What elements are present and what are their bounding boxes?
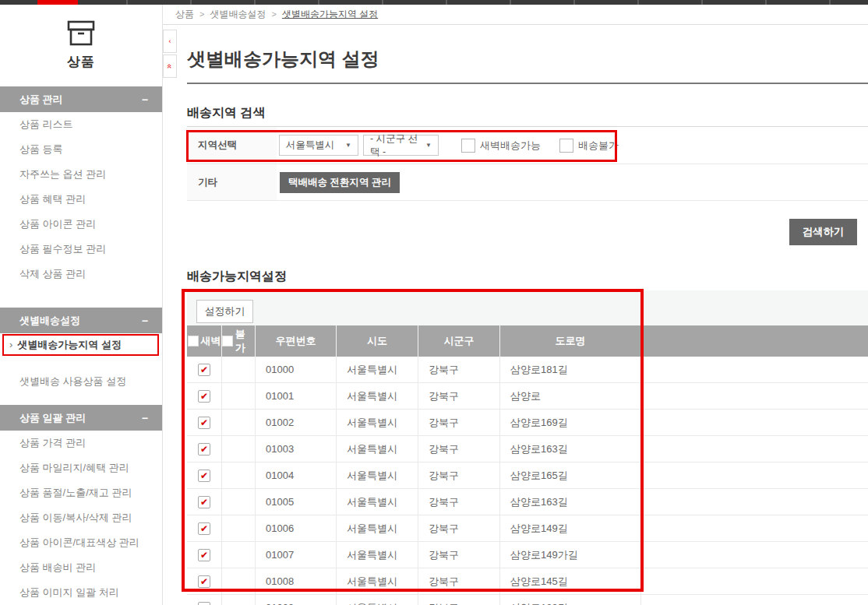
no-delivery-checkbox-label: 배송불가 [578, 139, 619, 153]
sidebar-item[interactable]: 자주쓰는 옵션 관리 [0, 162, 162, 187]
scroll-top-button[interactable]: « [163, 55, 177, 78]
sidebar-item[interactable]: 상품 마일리지/혜택 관리 [0, 456, 162, 480]
no-delivery-checkbox[interactable] [559, 139, 573, 153]
dawn-checkbox[interactable]: ✔ [198, 364, 210, 376]
breadcrumb-item[interactable]: 샛별배송가능지역 설정 [282, 9, 378, 19]
sidebar-item[interactable]: 상품 이미지 일괄 처리 [0, 580, 162, 605]
sidebar-section-header[interactable]: 샛별배송설정− [0, 308, 162, 333]
sidebar-item[interactable]: 상품 리스트 [0, 112, 162, 137]
sidebar-item[interactable]: 상품 혜택 관리 [0, 187, 162, 212]
extra-cell [640, 436, 868, 462]
sigungu-cell: 강북구 [418, 595, 499, 605]
postal-code-cell: 01002 [255, 410, 336, 435]
apply-settings-button[interactable]: 설정하기 [196, 300, 253, 323]
table-column-header-dawn: 새벽 [187, 325, 221, 357]
postal-code-cell: 01009 [255, 595, 336, 605]
dawn-checkbox[interactable]: ✔ [198, 470, 210, 482]
sidebar-item[interactable]: ›샛별배송가능지역 설정 [0, 333, 162, 357]
breadcrumb-separator: > [271, 9, 276, 19]
block-cell [221, 357, 255, 382]
postal-code-cell: 01005 [255, 489, 336, 515]
table-row: ✔01000서울특별시강북구삼양로181길 [187, 357, 868, 383]
sidebar-item[interactable]: 상품 아이콘 관리 [0, 212, 162, 237]
sigungu-cell: 강북구 [418, 357, 499, 382]
etc-row: 기타 택배배송 전환지역 관리 [187, 164, 868, 201]
block-cell [221, 515, 255, 541]
sidebar-collapse-button[interactable]: ‹ [163, 30, 177, 53]
collapse-minus-icon: − [142, 412, 148, 424]
breadcrumb-separator: > [199, 9, 204, 19]
road-name-cell: 삼양로181길 [499, 357, 640, 382]
sidebar-section-title: 상품 관리 [19, 93, 63, 107]
sigungu-cell: 강북구 [418, 463, 499, 488]
dawn-delivery-checkbox-group[interactable]: 새벽배송가능 [461, 139, 541, 153]
dawn-checkbox[interactable]: ✔ [198, 417, 210, 429]
table-column-header-extra [640, 325, 868, 357]
sidebar-item[interactable]: 상품 필수정보 관리 [0, 237, 162, 262]
dawn-delivery-checkbox[interactable] [461, 139, 475, 153]
block-cell [221, 410, 255, 435]
sidebar-brand: 상품 [0, 5, 162, 86]
region-select-label: 지역선택 [187, 127, 277, 164]
dawn-cell: ✔ [187, 489, 221, 515]
sido-select[interactable]: 서울특별시 ▼ [279, 135, 358, 156]
column-label: 불가 [235, 327, 255, 355]
column-label: 시군구 [444, 334, 475, 348]
dawn-checkbox[interactable]: ✔ [198, 496, 210, 508]
parcel-conversion-area-button[interactable]: 택배배송 전환지역 관리 [280, 172, 400, 193]
chevron-left-icon: ‹ [169, 37, 171, 45]
sidebar-section-title: 샛별배송설정 [19, 314, 80, 328]
sigungu-cell: 강북구 [418, 542, 499, 568]
dawn-checkbox[interactable]: ✔ [198, 443, 210, 456]
sidebar-section-header[interactable]: 상품 관리− [0, 86, 162, 112]
dawn-checkbox[interactable]: ✔ [198, 549, 210, 561]
sigungu-select[interactable]: - 시군구 선택 - ▼ [363, 135, 439, 156]
extra-cell [640, 515, 868, 541]
select-all-block-checkbox[interactable] [222, 336, 233, 346]
search-form: 지역선택 서울특별시 ▼ - 시군구 선택 - ▼ 새벽배송가능 배송불가 [187, 126, 868, 201]
sigungu-cell: 강북구 [418, 436, 499, 462]
etc-label: 기타 [187, 164, 277, 200]
sido-cell: 서울특별시 [336, 383, 418, 409]
search-button[interactable]: 검색하기 [789, 219, 857, 245]
table-header-row: 새벽불가우편번호시도시군구도로명 [187, 325, 868, 357]
dawn-cell: ✔ [187, 515, 221, 541]
dawn-checkbox[interactable]: ✔ [198, 390, 210, 403]
dawn-cell: ✔ [187, 463, 221, 488]
breadcrumb-item[interactable]: 상품 [175, 9, 194, 19]
table-section-heading: 배송가능지역설정 [187, 269, 287, 285]
sidebar-item[interactable]: 상품 등록 [0, 137, 162, 162]
sidebar-section-header[interactable]: 상품 일괄 관리− [0, 405, 162, 431]
sidebar-item[interactable]: 상품 이동/복사/삭제 관리 [0, 505, 162, 530]
sidebar-item[interactable]: 상품 가격 관리 [0, 431, 162, 456]
block-cell [221, 383, 255, 409]
sidebar-item[interactable]: 샛별배송 사용상품 설정 [0, 369, 162, 394]
block-cell [221, 595, 255, 605]
dawn-cell: ✔ [187, 383, 221, 409]
sidebar-item[interactable]: 상품 품절/노출/재고 관리 [0, 480, 162, 505]
block-cell [221, 463, 255, 488]
active-item-arrow-icon: › [9, 339, 12, 350]
dawn-checkbox[interactable]: ✔ [198, 602, 210, 605]
sidebar-item[interactable]: 삭제 상품 관리 [0, 262, 162, 287]
table-body: ✔01000서울특별시강북구삼양로181길✔01001서울특별시강북구삼양로✔0… [187, 357, 868, 605]
extra-cell [640, 410, 868, 435]
road-name-cell: 삼양로145길 [499, 568, 640, 594]
select-all-dawn-checkbox[interactable] [188, 336, 199, 346]
page-title: 샛별배송가능지역 설정 [187, 47, 379, 72]
extra-cell [640, 595, 868, 605]
postal-code-cell: 01006 [255, 515, 336, 541]
sidebar-item[interactable]: 상품 배송비 관리 [0, 555, 162, 580]
dawn-cell: ✔ [187, 568, 221, 594]
sidebar-item[interactable]: 상품 아이콘/대표색상 관리 [0, 530, 162, 555]
sido-cell: 서울특별시 [336, 568, 418, 594]
sigungu-cell: 강북구 [418, 568, 499, 594]
sido-cell: 서울특별시 [336, 436, 418, 462]
table-row: ✔01001서울특별시강북구삼양로 [187, 383, 868, 410]
breadcrumb-item[interactable]: 샛별배송설정 [210, 9, 266, 19]
no-delivery-checkbox-group[interactable]: 배송불가 [559, 139, 619, 153]
table-column-header-sido: 시도 [336, 325, 418, 357]
chevron-down-icon: ▼ [345, 142, 351, 149]
dawn-checkbox[interactable]: ✔ [198, 575, 210, 588]
dawn-checkbox[interactable]: ✔ [198, 522, 210, 535]
